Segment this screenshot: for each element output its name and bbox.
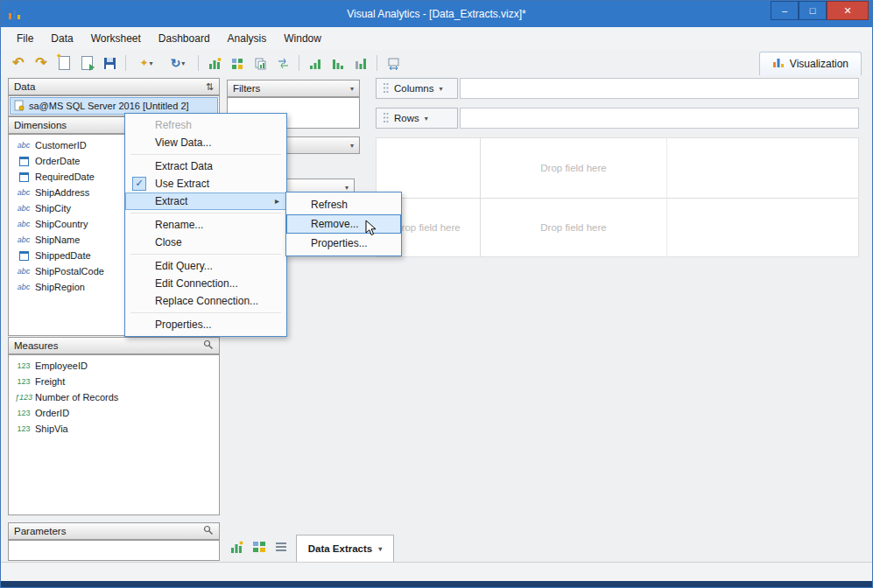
field-label: ShipRegion <box>35 282 85 292</box>
string-field-icon <box>12 137 35 153</box>
chevron-down-icon[interactable]: ▾ <box>439 85 442 93</box>
grip-icon <box>383 82 389 95</box>
search-icon[interactable] <box>203 525 214 537</box>
menu-file[interactable]: File <box>8 29 42 48</box>
menu-separator <box>130 154 281 155</box>
measures-header[interactable]: Measures <box>8 337 220 354</box>
new-worksheet-icon[interactable] <box>229 538 246 556</box>
columns-label: Columns <box>394 83 433 94</box>
toolbar-separator <box>377 55 377 71</box>
menu-item-view-data[interactable]: View Data... <box>125 134 286 151</box>
new-dashboard-icon[interactable] <box>250 538 268 556</box>
parameters-title: Parameters <box>14 526 66 536</box>
measure-item[interactable]: Freight <box>9 374 219 389</box>
visualization-tab[interactable]: Visualization <box>759 52 862 75</box>
string-field-icon <box>12 263 35 279</box>
toolbar-separator <box>125 55 126 71</box>
dimensions-title: Dimensions <box>14 120 67 130</box>
field-label: ShipName <box>35 234 80 245</box>
sort-fields-icon[interactable]: ⇅ <box>206 81 214 93</box>
chevron-down-icon[interactable]: ▾ <box>350 142 354 150</box>
sheet-list-icon[interactable] <box>272 538 290 556</box>
string-field-icon <box>12 279 35 295</box>
data-panel-header[interactable]: Data ⇅ <box>8 78 220 95</box>
columns-shelf-label[interactable]: Columns ▾ <box>376 78 458 99</box>
open-file-icon[interactable] <box>76 52 97 74</box>
rows-shelf-label[interactable]: Rows ▾ <box>376 108 458 129</box>
menu-item-replace-connection[interactable]: Replace Connection... <box>125 292 286 310</box>
refresh-icon[interactable]: ↻▾ <box>163 52 193 74</box>
field-label: RequiredDate <box>35 172 95 182</box>
submenu-item-remove[interactable]: Remove... <box>286 214 401 234</box>
window-bottom-edge <box>1 581 872 588</box>
menu-item-extract-data[interactable]: Extract Data <box>125 158 286 175</box>
sort-ascending-icon[interactable] <box>305 52 326 74</box>
date-field-icon <box>12 169 35 185</box>
menu-data[interactable]: Data <box>42 29 81 48</box>
menu-item-extract[interactable]: Extract▸ <box>125 192 286 210</box>
new-dashboard-icon[interactable] <box>227 52 248 74</box>
minimize-button[interactable]: – <box>771 1 799 20</box>
menu-item-properties[interactable]: Properties... <box>125 316 286 333</box>
field-label: ShippedDate <box>35 250 91 261</box>
measure-item[interactable]: OrderID <box>9 405 219 421</box>
data-panel-title: Data <box>14 81 35 92</box>
menu-analysis[interactable]: Analysis <box>219 29 276 48</box>
number-field-icon <box>12 374 35 389</box>
fit-icon[interactable] <box>383 52 404 74</box>
menu-item-refresh[interactable]: Refresh <box>125 116 286 134</box>
menu-dashboard[interactable]: Dashboard <box>150 29 219 48</box>
sort-descending-icon[interactable] <box>327 52 348 74</box>
submenu-item-refresh[interactable]: Refresh <box>286 195 401 214</box>
swap-axes-icon[interactable] <box>272 52 293 74</box>
parameters-header[interactable]: Parameters <box>8 522 220 540</box>
undo-icon[interactable]: ↶ <box>8 52 29 74</box>
menu-item-use-extract[interactable]: ✓Use Extract <box>125 175 286 192</box>
duplicate-worksheet-icon[interactable] <box>250 52 271 74</box>
chevron-down-icon[interactable]: ▾ <box>425 115 428 122</box>
redo-icon[interactable]: ↷ <box>31 52 52 74</box>
chevron-down-icon: ▾ <box>345 184 348 192</box>
save-icon[interactable] <box>99 52 120 74</box>
string-field-icon <box>12 185 35 200</box>
extract-submenu: Refresh Remove... Properties... <box>285 192 402 256</box>
measure-item[interactable]: Number of Records <box>9 389 219 405</box>
submenu-item-properties[interactable]: Properties... <box>286 234 401 253</box>
menu-separator <box>130 213 281 214</box>
menu-item-edit-query[interactable]: Edit Query... <box>125 257 286 275</box>
field-label: ShipPostalCode <box>35 266 104 276</box>
search-icon[interactable] <box>203 340 214 352</box>
format-wand-icon[interactable]: ✦▾ <box>131 52 161 74</box>
title-bar[interactable]: Visual Analytics - [Data_Extracts.vizx]*… <box>1 1 872 27</box>
date-field-icon <box>12 248 35 263</box>
maximize-button[interactable]: □ <box>799 1 827 20</box>
menu-item-rename[interactable]: Rename... <box>125 216 286 234</box>
chevron-down-icon[interactable]: ▾ <box>378 545 382 553</box>
menu-item-close[interactable]: Close <box>125 234 286 251</box>
totals-icon[interactable] <box>350 52 371 74</box>
new-worksheet-icon[interactable] <box>204 52 225 74</box>
window-title: Visual Analytics - [Data_Extracts.vizx]* <box>1 8 872 20</box>
columns-shelf-field[interactable] <box>460 78 859 99</box>
measure-item[interactable]: EmployeeID <box>9 358 219 374</box>
filters-panel-header[interactable]: Filters ▾ <box>227 80 360 97</box>
chevron-down-icon[interactable]: ▾ <box>350 85 354 93</box>
new-file-icon[interactable] <box>53 52 74 74</box>
rows-shelf-field[interactable] <box>460 108 859 129</box>
datasource-label: sa@MS SQL Server 2016 [Untitled 2] <box>29 101 189 111</box>
sheet-tab-data-extracts[interactable]: Data Extracts ▾ <box>296 535 394 562</box>
datasource-item[interactable]: sa@MS SQL Server 2016 [Untitled 2] <box>10 97 218 115</box>
measure-item[interactable]: ShipVia <box>9 421 219 437</box>
field-label: ShipCountry <box>35 219 88 229</box>
field-label: OrderDate <box>35 156 80 166</box>
close-button[interactable]: ✕ <box>827 1 869 20</box>
menu-bar: File Data Worksheet Dashboard Analysis W… <box>1 27 872 50</box>
checkmark-icon: ✓ <box>132 177 146 191</box>
grip-icon <box>383 112 389 125</box>
menu-worksheet[interactable]: Worksheet <box>82 29 150 48</box>
string-field-icon <box>12 200 35 216</box>
measures-list: EmployeeID Freight Number of Records Ord… <box>8 354 220 515</box>
menu-item-edit-connection[interactable]: Edit Connection... <box>125 275 286 292</box>
canvas-gridline <box>376 198 859 199</box>
menu-window[interactable]: Window <box>275 29 330 48</box>
